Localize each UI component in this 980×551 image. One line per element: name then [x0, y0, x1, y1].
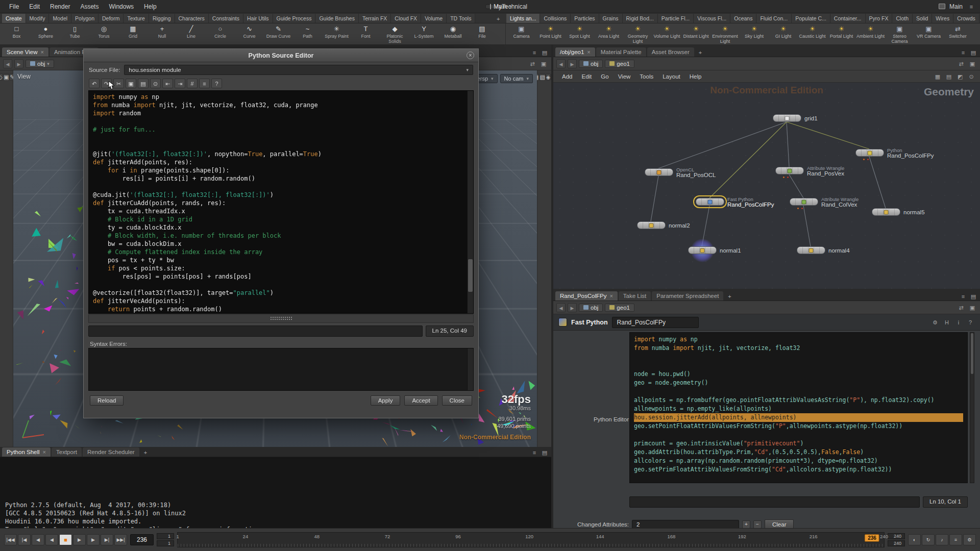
list-view-icon[interactable]: ▤ — [944, 72, 953, 81]
playback-start-field[interactable]: 1 — [157, 540, 174, 546]
back-icon[interactable]: ◀ — [3, 59, 12, 68]
shelf-tool[interactable]: ☀ Volume Light — [652, 24, 681, 39]
breadcrumb-obj[interactable]: obj — [579, 60, 603, 68]
shelf-tab[interactable]: Rigging — [149, 14, 175, 23]
tab-rand-poscolfpy[interactable]: Rand_PosColFPy × — [555, 291, 618, 300]
jump-to-start-button[interactable]: |◀◀ — [4, 534, 17, 545]
close-icon[interactable]: × — [467, 52, 474, 59]
camera-menu[interactable]: No cam ▾ — [500, 74, 533, 83]
shelf-tool[interactable]: ▣ Stereo Camera — [885, 24, 914, 44]
shelf-tab[interactable]: Fluid Con... — [756, 14, 792, 23]
handles-tool-icon[interactable]: ▣ — [3, 73, 9, 81]
scrollbar[interactable] — [467, 348, 473, 390]
audio-icon[interactable]: ♪ — [936, 534, 948, 545]
close-icon[interactable]: × — [587, 49, 590, 55]
breadcrumb-geo1[interactable]: geo1 — [605, 60, 634, 68]
tab-scene-view[interactable]: Scene View × — [2, 47, 48, 57]
shelf-tab[interactable]: Collisions — [540, 14, 571, 23]
shelf-tab[interactable]: TD Tools — [447, 14, 475, 23]
shelf-tab[interactable]: Constraints — [209, 14, 243, 23]
color-palette-icon[interactable]: ◩ — [955, 72, 965, 81]
node-rand-posocl[interactable]: OpenCLRand_PosOCL — [645, 168, 673, 176]
reload-button[interactable]: Reload — [90, 395, 124, 406]
accept-button[interactable]: Accept — [404, 395, 437, 406]
breadcrumb-geo1[interactable]: geo1 — [605, 304, 634, 312]
python-editor-field[interactable]: import numpy as npfrom numba import njit… — [629, 332, 968, 483]
menubar-menu[interactable]: Edit — [24, 1, 45, 12]
shelf-tool[interactable]: □ Box — [2, 24, 31, 39]
playback-end-field[interactable]: 240 — [888, 540, 905, 546]
horizontal-scrollbar[interactable] — [88, 314, 474, 323]
node-rand-posvex[interactable]: Attribute WrangleRand_PosVex — [775, 167, 804, 174]
forward-icon[interactable]: ▶ — [568, 303, 577, 312]
shelf-tab[interactable]: Guide Brushes — [315, 14, 358, 23]
shelf-tab[interactable]: Hair Utils — [243, 14, 273, 23]
node-normal1[interactable]: normal1 — [688, 246, 717, 254]
redo-icon[interactable]: ↷ — [101, 79, 112, 88]
paste-icon[interactable]: ▤ — [138, 79, 149, 88]
breadcrumb-obj[interactable]: obj ▾ — [26, 60, 54, 68]
shelf-tool[interactable]: ◉ Metaball — [438, 24, 468, 39]
shelf-tab[interactable]: Create — [2, 14, 26, 23]
node-rand-poscolfpy-fast-python[interactable]: Fast PythonRand_PosColFPy — [696, 198, 724, 206]
shelf-tool[interactable]: ○ Circle — [206, 24, 235, 39]
pin-icon[interactable]: ▣ — [539, 60, 548, 68]
shelf-tool[interactable]: ◆ Platonic Solids — [380, 24, 409, 44]
help-icon[interactable]: ? — [966, 318, 975, 327]
shelf-tab[interactable]: Terrain FX — [359, 14, 391, 23]
shelf-tab[interactable]: Grains — [599, 14, 623, 23]
playhead[interactable]: 236 — [865, 534, 879, 542]
tab-obj-geo1[interactable]: /obj/geo1 × — [555, 47, 595, 57]
source-file-select[interactable]: hou.session module ▾ — [124, 65, 473, 75]
node-normal4[interactable]: normal4 — [797, 246, 825, 254]
comment-icon[interactable]: # — [187, 79, 198, 88]
new-tab-button[interactable]: + — [724, 292, 734, 300]
shelf-tool[interactable]: ☀ Spot Light — [565, 24, 594, 39]
shelf-tool[interactable]: ☀ Portal Light — [827, 24, 856, 39]
shelf-tool[interactable]: ∿ Curve — [235, 24, 264, 39]
shelf-tool[interactable]: ☀ Area Light — [594, 24, 623, 39]
shelf-tab[interactable]: Crowds — [953, 14, 979, 23]
display-shaded-icon[interactable]: ◈ — [546, 73, 551, 81]
shelf-tool[interactable]: + Null — [148, 24, 177, 39]
menubar-menu[interactable]: Help — [139, 1, 162, 12]
global-animation-options-icon[interactable]: ⚙ — [963, 534, 976, 545]
network-menu[interactable]: Help — [685, 72, 706, 81]
increment-icon[interactable]: + — [742, 520, 750, 529]
display-wireframe-icon[interactable]: ▧ — [539, 73, 545, 81]
shelf-tab[interactable]: Characters — [175, 14, 209, 23]
shelf-tool[interactable]: ✳ Spray Paint — [322, 24, 351, 39]
new-tab-button[interactable]: + — [140, 448, 151, 457]
shelf-tab[interactable]: Cloud FX — [391, 14, 421, 23]
scrollbar[interactable] — [970, 332, 974, 483]
pane-menu-icon[interactable]: ≡ — [530, 448, 539, 457]
scrollbar[interactable] — [467, 91, 473, 313]
network-menu[interactable]: View — [614, 72, 635, 81]
shelf-tab[interactable]: Guide Process — [273, 14, 316, 23]
pane-split-icon[interactable]: ▤ — [969, 48, 978, 57]
network-menu[interactable]: Tools — [635, 72, 658, 81]
network-menu[interactable]: Add — [557, 72, 577, 81]
python-source-editor-window[interactable]: Python Source Editor × Source File: hou.… — [83, 48, 479, 418]
shelf-tab[interactable]: Populate C... — [792, 14, 830, 23]
forward-icon[interactable]: ▶ — [14, 59, 23, 68]
shelf-tool[interactable]: ▣ VR Camera — [914, 24, 943, 39]
tab-material-palette[interactable]: Material Palette — [596, 47, 646, 57]
network-menu[interactable]: Edit — [577, 72, 596, 81]
indent-left-icon[interactable]: ⇤ — [162, 79, 173, 88]
tab-render-scheduler[interactable]: Render Scheduler — [83, 447, 139, 457]
new-tab-button[interactable]: + — [695, 48, 705, 57]
shelf-tab[interactable]: Container... — [830, 14, 866, 23]
realtime-toggle-icon[interactable]: ◐ — [908, 534, 921, 545]
network-menu[interactable]: Go — [596, 72, 613, 81]
close-icon[interactable]: × — [43, 449, 46, 455]
wrap-lines-icon[interactable]: ≡ — [199, 79, 210, 88]
shelf-tool[interactable]: ● Sphere — [31, 24, 60, 39]
shelf-tool[interactable]: ◎ Torus — [89, 24, 118, 39]
new-shelf-tab-button[interactable]: + — [493, 15, 503, 23]
forward-icon[interactable]: ▶ — [568, 59, 577, 68]
shelf-tab[interactable]: Particles — [571, 14, 599, 23]
shelf-tab[interactable]: Modify — [26, 14, 50, 23]
back-icon[interactable]: ◀ — [556, 59, 566, 68]
shelf-tab[interactable]: Rigid Bod... — [623, 14, 658, 23]
